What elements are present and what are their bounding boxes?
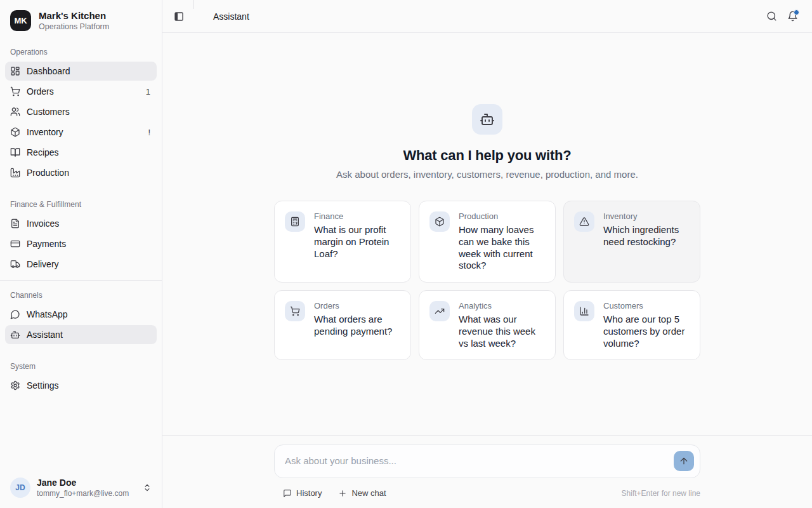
nav-operations: Dashboard Orders 1 Customers Inventory !…: [0, 62, 162, 184]
brand: MK Mark's Kitchen Operations Platform: [0, 0, 162, 31]
suggestion-card-finance[interactable]: Finance What is our profit margin on Pro…: [274, 201, 411, 283]
sidebar-item-production[interactable]: Production: [5, 163, 157, 182]
user-menu[interactable]: JD Jane Doe tommy_flo+mark@live.com: [0, 469, 162, 508]
shopping-cart-icon: [10, 86, 20, 97]
card-question: What orders are pending payment?: [314, 314, 400, 338]
book-open-icon: [10, 147, 20, 157]
alert-triangle-icon: [574, 211, 594, 232]
new-chat-button[interactable]: New chat: [338, 488, 386, 498]
suggestion-card-analytics[interactable]: Analytics What was our revenue this week…: [419, 290, 556, 360]
suggestion-cards: Finance What is our profit margin on Pro…: [274, 201, 700, 360]
file-text-icon: [10, 218, 20, 229]
orders-count-badge: 1: [146, 87, 150, 97]
section-label-system: System: [0, 362, 162, 371]
users-icon: [10, 107, 20, 117]
page-title: Assistant: [213, 11, 249, 22]
sidebar-item-orders[interactable]: Orders 1: [5, 82, 157, 101]
suggestion-card-production[interactable]: Production How many loaves can we bake t…: [419, 201, 556, 283]
sidebar-item-delivery[interactable]: Delivery: [5, 255, 157, 274]
sidebar-item-customers[interactable]: Customers: [5, 102, 157, 121]
package-icon: [10, 127, 20, 137]
suggestion-card-inventory[interactable]: Inventory Which ingredients need restock…: [563, 201, 700, 283]
composer: History New chat Shift+Enter for new lin…: [162, 435, 812, 508]
card-question: What was our revenue this week vs last w…: [459, 314, 545, 349]
credit-card-icon: [10, 239, 20, 249]
nav-finance: Invoices Payments Delivery: [0, 214, 162, 275]
topbar: Assistant: [162, 0, 812, 33]
sidebar-item-assistant[interactable]: Assistant: [5, 325, 157, 344]
brand-logo: MK: [10, 10, 31, 31]
hero-title: What can I help you with?: [403, 147, 571, 164]
truck-icon: [10, 259, 20, 269]
arrow-up-icon: [679, 456, 689, 466]
suggestion-card-orders[interactable]: Orders What orders are pending payment?: [274, 290, 411, 360]
calculator-icon: [285, 211, 305, 232]
sidebar: MK Mark's Kitchen Operations Platform Op…: [0, 0, 162, 508]
nav-channels: WhatsApp Assistant: [0, 305, 162, 345]
card-category: Finance: [314, 211, 400, 221]
trending-up-icon: [429, 301, 450, 321]
search-icon: [766, 11, 777, 22]
card-category: Production: [459, 211, 545, 221]
suggestion-card-customers[interactable]: Customers Who are our top 5 customers by…: [563, 290, 700, 360]
card-category: Orders: [314, 301, 400, 311]
avatar: JD: [10, 478, 30, 498]
card-question: Which ingredients need restocking?: [603, 224, 690, 248]
section-label-operations: Operations: [0, 48, 162, 57]
notification-dot: [794, 10, 799, 15]
section-label-finance: Finance & Fulfillment: [0, 200, 162, 209]
sidebar-item-payments[interactable]: Payments: [5, 234, 157, 253]
chat-input[interactable]: [274, 444, 700, 478]
sidebar-item-invoices[interactable]: Invoices: [5, 214, 157, 233]
card-category: Inventory: [603, 211, 690, 221]
assistant-avatar: [472, 104, 502, 135]
main-panel: Assistant What can I help you with? Ask …: [162, 0, 812, 508]
brand-name: Mark's Kitchen: [39, 10, 109, 21]
newline-hint: Shift+Enter for new line: [622, 489, 700, 498]
history-button[interactable]: History: [283, 488, 322, 498]
nav-system: Settings: [0, 376, 162, 396]
card-category: Customers: [603, 301, 690, 311]
plus-icon: [338, 489, 347, 498]
message-square-icon: [283, 489, 292, 498]
layout-dashboard-icon: [10, 66, 20, 76]
chevrons-up-down-icon: [143, 483, 152, 492]
user-name: Jane Doe: [37, 478, 136, 488]
card-question: What is our profit margin on Protein Loa…: [314, 224, 400, 260]
message-circle-icon: [10, 309, 20, 319]
search-button[interactable]: [766, 11, 777, 22]
sidebar-item-whatsapp[interactable]: WhatsApp: [5, 305, 157, 324]
brand-subtitle: Operations Platform: [39, 22, 109, 31]
bar-chart-icon: [574, 301, 594, 321]
bot-icon: [10, 330, 20, 340]
shopping-cart-icon: [285, 301, 305, 321]
sidebar-item-inventory[interactable]: Inventory !: [5, 123, 157, 142]
sidebar-divider: [0, 280, 162, 281]
package-icon: [429, 211, 450, 232]
hero-subtitle: Ask about orders, inventory, customers, …: [336, 169, 638, 180]
sidebar-item-recipes[interactable]: Recipes: [5, 143, 157, 162]
app-root: MK Mark's Kitchen Operations Platform Op…: [0, 0, 812, 508]
inventory-alert-badge: !: [148, 128, 150, 137]
card-question: How many loaves can we bake this week wi…: [459, 224, 545, 272]
factory-icon: [10, 168, 20, 178]
card-question: Who are our top 5 customers by order vol…: [603, 314, 690, 349]
header-separator: [193, 0, 193, 9]
bot-icon: [480, 112, 495, 127]
send-button[interactable]: [674, 451, 694, 471]
panel-left-icon: [174, 11, 184, 22]
gear-icon: [10, 380, 20, 391]
user-email: tommy_flo+mark@live.com: [37, 489, 136, 498]
sidebar-toggle-button[interactable]: [174, 11, 184, 22]
sidebar-item-settings[interactable]: Settings: [5, 376, 157, 395]
notifications-button[interactable]: [787, 11, 798, 22]
card-category: Analytics: [459, 301, 545, 311]
section-label-channels: Channels: [0, 291, 162, 300]
sidebar-item-dashboard[interactable]: Dashboard: [5, 62, 157, 81]
assistant-empty-state: What can I help you with? Ask about orde…: [162, 33, 812, 435]
